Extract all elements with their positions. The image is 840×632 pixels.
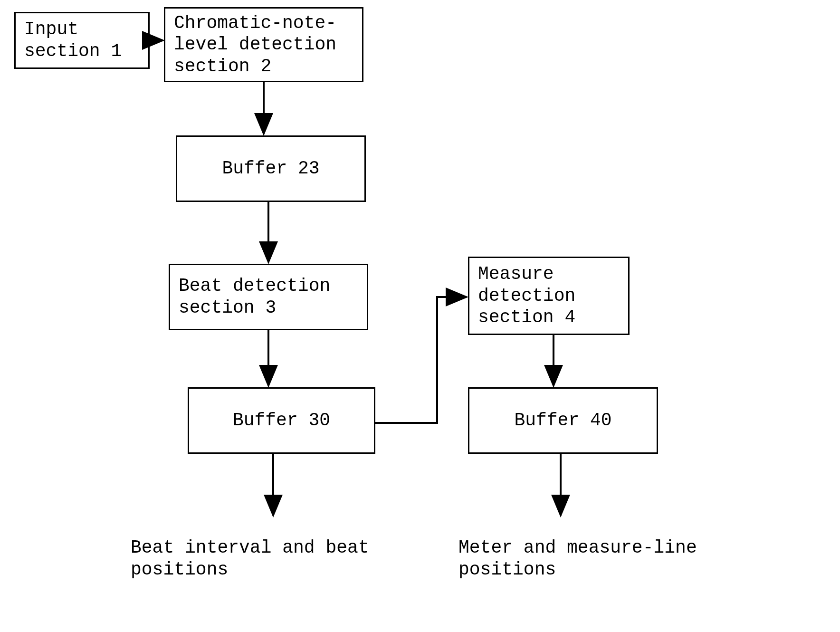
buffer-30-box: Buffer 30: [188, 387, 375, 454]
beat-detection-box: Beat detection section 3: [169, 264, 368, 330]
beat-detection-label: Beat detection section 3: [179, 275, 330, 318]
buffer-40-box: Buffer 40: [468, 387, 658, 454]
chromatic-detection-box: Chromatic-note- level detection section …: [164, 7, 363, 82]
measure-detection-label: Measure detection section 4: [478, 263, 575, 328]
beat-output-label: Beat interval and beat positions: [131, 537, 369, 580]
buffer-40-label: Buffer 40: [514, 410, 611, 431]
buffer-30-label: Buffer 30: [233, 410, 330, 431]
measure-detection-box: Measure detection section 4: [468, 257, 630, 335]
input-section-box: Input section 1: [14, 12, 150, 69]
chromatic-detection-label: Chromatic-note- level detection section …: [174, 12, 336, 77]
buffer-23-box: Buffer 23: [176, 135, 366, 202]
input-section-label: Input section 1: [24, 19, 122, 62]
meter-output-label: Meter and measure-line positions: [458, 537, 697, 580]
flowchart-arrows: [0, 0, 840, 632]
buffer-23-label: Buffer 23: [222, 158, 319, 180]
